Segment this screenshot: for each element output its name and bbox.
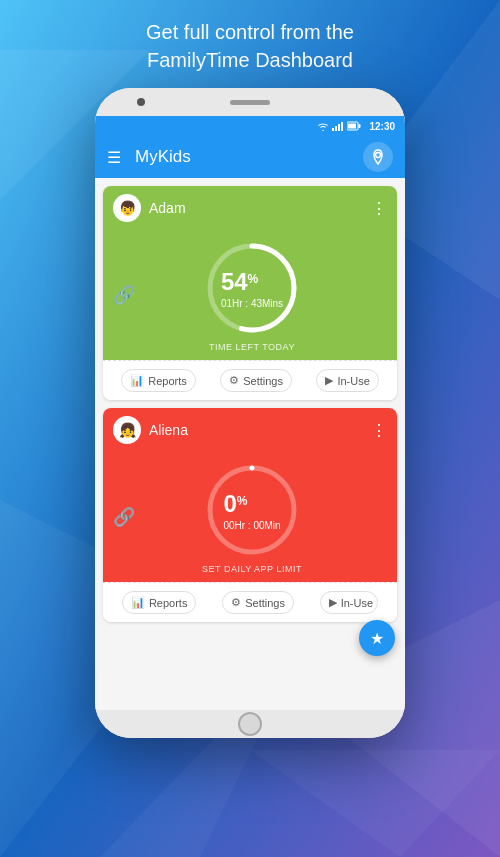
adam-inuse-button[interactable]: ▶ In-Use (316, 369, 378, 392)
app-title: MyKids (135, 147, 363, 167)
svg-rect-12 (348, 124, 356, 129)
phone-frame: 12:30 ☰ MyKids 👦 Adam ⋮ 🔗 (95, 88, 405, 738)
aliena-settings-label: Settings (245, 597, 285, 609)
aliena-reports-label: Reports (149, 597, 188, 609)
header-line1: Get full control from the (146, 21, 354, 43)
adam-action-bar: 📊 Reports ⚙ Settings ▶ In-Use (103, 360, 397, 400)
phone-content[interactable]: 👦 Adam ⋮ 🔗 (95, 178, 405, 710)
app-bar: ☰ MyKids (95, 136, 405, 178)
adam-inuse-label: In-Use (337, 375, 369, 387)
adam-link-icon[interactable]: 🔗 (113, 284, 135, 306)
svg-rect-9 (338, 124, 340, 131)
adam-card-header: 👦 Adam ⋮ (103, 186, 397, 228)
aliena-reports-icon: 📊 (131, 596, 145, 609)
adam-time: 01Hr : 43Mins (221, 298, 283, 309)
fab-icon: ★ (370, 629, 384, 648)
phone-speaker (230, 100, 270, 105)
settings-icon: ⚙ (229, 374, 239, 387)
phone-top (95, 88, 405, 116)
aliena-name: Aliena (149, 422, 188, 438)
aliena-label: SET DAILY APP LIMIT (202, 564, 302, 574)
aliena-link-icon[interactable]: 🔗 (113, 506, 135, 528)
adam-progress-circle: 54 % 01Hr : 43Mins (202, 238, 302, 338)
kid-card-aliena: 👧 Aliena ⋮ 🔗 0 (103, 408, 397, 622)
inuse-icon: ▶ (325, 374, 333, 387)
adam-reports-label: Reports (148, 375, 187, 387)
adam-avatar: 👦 (113, 194, 141, 222)
adam-more-button[interactable]: ⋮ (371, 199, 387, 218)
aliena-card-header: 👧 Aliena ⋮ (103, 408, 397, 450)
reports-icon: 📊 (130, 374, 144, 387)
svg-rect-7 (332, 128, 334, 131)
header-line2: FamilyTime Dashboard (147, 49, 353, 71)
home-button[interactable] (238, 712, 262, 736)
location-button[interactable] (363, 142, 393, 172)
aliena-progress-circle: 0 % 00Hr : 00Min (202, 460, 302, 560)
adam-progress-container: 54 % 01Hr : 43Mins TIME LEFT TODAY (135, 238, 369, 352)
svg-rect-10 (341, 122, 343, 131)
signal-icon (332, 121, 344, 131)
adam-reports-button[interactable]: 📊 Reports (121, 369, 196, 392)
aliena-reports-button[interactable]: 📊 Reports (122, 591, 197, 614)
header-text: Get full control from the FamilyTime Das… (116, 0, 384, 88)
status-bar: 12:30 (95, 116, 405, 136)
aliena-time: 00Hr : 00Min (223, 520, 280, 531)
aliena-circle-inner: 0 % 00Hr : 00Min (223, 490, 280, 531)
status-icons: 12:30 (317, 121, 395, 132)
svg-rect-8 (335, 126, 337, 131)
adam-settings-button[interactable]: ⚙ Settings (220, 369, 292, 392)
phone-bottom (95, 710, 405, 738)
adam-settings-label: Settings (243, 375, 283, 387)
aliena-percent: 0 % (223, 490, 280, 518)
aliena-more-button[interactable]: ⋮ (371, 421, 387, 440)
adam-card-body: 🔗 54 % (103, 228, 397, 360)
adam-label: TIME LEFT TODAY (209, 342, 295, 352)
adam-circle-inner: 54 % 01Hr : 43Mins (221, 268, 283, 309)
menu-icon[interactable]: ☰ (107, 148, 121, 167)
aliena-avatar: 👧 (113, 416, 141, 444)
aliena-progress-container: 0 % 00Hr : 00Min SET DAILY APP LIMIT (135, 460, 369, 574)
fab-button[interactable]: ★ (359, 620, 395, 656)
wifi-icon (317, 121, 329, 131)
aliena-settings-icon: ⚙ (231, 596, 241, 609)
kid-card-adam: 👦 Adam ⋮ 🔗 (103, 186, 397, 400)
phone-camera (137, 98, 145, 106)
aliena-inuse-label: In-Use (341, 597, 373, 609)
status-time: 12:30 (369, 121, 395, 132)
svg-point-14 (376, 153, 381, 158)
aliena-inuse-icon: ▶ (329, 596, 337, 609)
battery-icon (347, 121, 361, 131)
adam-name: Adam (149, 200, 186, 216)
aliena-settings-button[interactable]: ⚙ Settings (222, 591, 294, 614)
aliena-action-bar: 📊 Reports ⚙ Settings ▶ In-Use (103, 582, 397, 622)
location-icon (370, 149, 386, 165)
adam-info: 👦 Adam (113, 194, 186, 222)
aliena-info: 👧 Aliena (113, 416, 188, 444)
aliena-card-body: 🔗 0 % 00Hr : 00Min (103, 450, 397, 582)
svg-rect-13 (359, 124, 361, 128)
aliena-inuse-button[interactable]: ▶ In-Use (320, 591, 378, 614)
adam-percent: 54 % (221, 268, 283, 296)
